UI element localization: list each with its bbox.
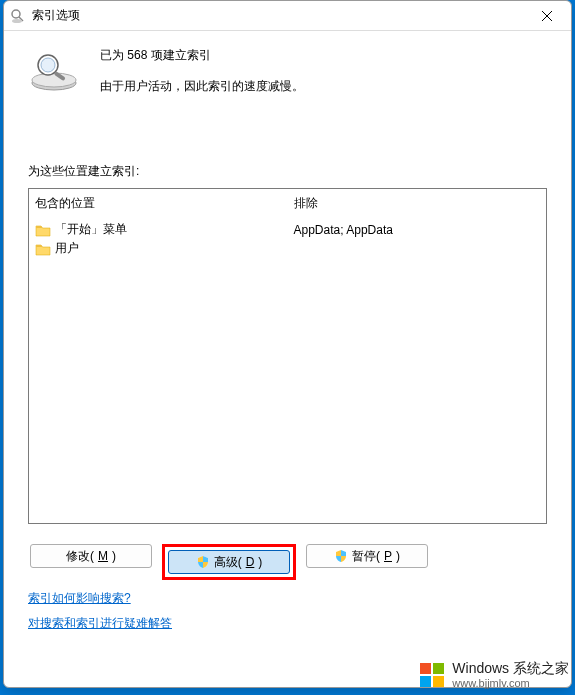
indexed-count-text: 已为 568 项建立索引 — [100, 47, 304, 64]
svg-point-8 — [41, 58, 55, 72]
svg-point-6 — [32, 73, 76, 87]
shield-icon — [334, 549, 348, 563]
list-item[interactable]: 「开始」菜单 — [35, 220, 282, 239]
indexing-options-window: 索引选项 已为 568 项建立索引 由于用户活动，因此索引的速度减慢。 为这些位… — [3, 0, 572, 688]
status-text: 已为 568 项建立索引 由于用户活动，因此索引的速度减慢。 — [100, 47, 304, 95]
folder-icon — [35, 223, 51, 237]
window-title: 索引选项 — [32, 7, 529, 24]
exclude-column: 排除 AppData; AppData — [288, 189, 547, 523]
locations-label: 为这些位置建立索引: — [28, 163, 547, 180]
button-row: 修改(M) 高级(D) — [28, 544, 547, 580]
folder-icon — [35, 242, 51, 256]
exclude-header: 排除 — [294, 193, 541, 214]
close-icon — [542, 11, 552, 21]
locations-table: 包含的位置 「开始」菜单 用户 排除 — [28, 188, 547, 524]
advanced-button[interactable]: 高级(D) — [168, 550, 290, 574]
svg-point-2 — [12, 19, 22, 23]
included-column: 包含的位置 「开始」菜单 用户 — [29, 189, 288, 523]
item-label: 「开始」菜单 — [55, 221, 127, 238]
modify-button[interactable]: 修改(M) — [30, 544, 152, 568]
close-button[interactable] — [529, 4, 565, 28]
help-link-troubleshoot[interactable]: 对搜索和索引进行疑难解答 — [28, 615, 172, 632]
shield-icon — [196, 555, 210, 569]
exclude-item: AppData; AppData — [294, 222, 541, 238]
content-area: 已为 568 项建立索引 由于用户活动，因此索引的速度减慢。 为这些位置建立索引… — [4, 31, 571, 644]
pause-button[interactable]: 暂停(P) — [306, 544, 428, 568]
indexing-icon — [28, 49, 80, 93]
status-row: 已为 568 项建立索引 由于用户活动，因此索引的速度减慢。 — [28, 47, 547, 95]
titlebar: 索引选项 — [4, 1, 571, 31]
svg-point-0 — [12, 10, 20, 18]
indexing-speed-text: 由于用户活动，因此索引的速度减慢。 — [100, 78, 304, 95]
item-label: 用户 — [55, 240, 79, 257]
included-header: 包含的位置 — [35, 193, 282, 214]
magnifier-icon — [10, 8, 26, 24]
highlighted-button-frame: 高级(D) — [162, 544, 296, 580]
help-link-search-impact[interactable]: 索引如何影响搜索? — [28, 590, 131, 607]
list-item[interactable]: 用户 — [35, 239, 282, 258]
